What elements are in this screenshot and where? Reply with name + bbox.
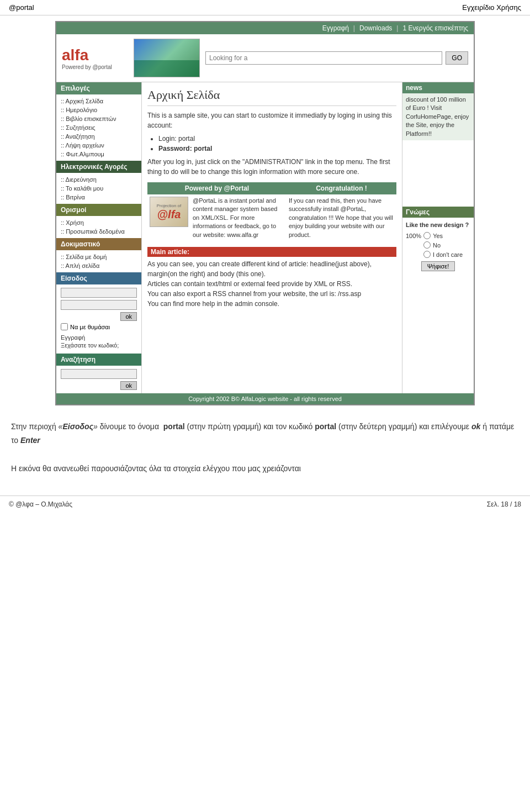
topbar-register[interactable]: Εγγραφή [322, 24, 349, 32]
alpha-brand-text: @lfa [157, 208, 181, 221]
site-header-image [134, 39, 200, 77]
poll-no-radio[interactable] [423, 241, 431, 249]
content-body: This is a sample site, you can start to … [147, 110, 396, 177]
footer-right: Σελ. 18 / 18 [487, 500, 521, 508]
sidebar-search-ok-button[interactable]: ok [120, 381, 137, 390]
congrat-text-cell: If you can read this, then you have succ… [287, 194, 396, 241]
poll-no-label: No [433, 242, 441, 249]
site-logo: alfa Powered by @portal [62, 46, 128, 70]
poll-vote-button[interactable]: Ψήφισε! [421, 261, 455, 271]
description-para1: Στην περιοχή «Είσοδος» δίνουμε το όνομα … [11, 420, 519, 447]
alpha-logo-cell: Projection of @lfa [147, 194, 190, 241]
poll-yes-label: Yes [433, 233, 443, 239]
login-username-input[interactable] [61, 288, 137, 298]
login-ok-button[interactable]: ok [120, 312, 137, 321]
topbar-visitors: 1 Ενεργός επισκέπτης [402, 24, 468, 32]
sidebar-link-search[interactable]: :: Αναζήτηση [56, 132, 141, 141]
site-search-input[interactable] [205, 51, 442, 65]
sidebar-login-form: ok Να με θυμάσαι Εγγραφή Ξεχάσατε τον κω… [56, 284, 141, 354]
alpha-logo-image: Projection of @lfa [150, 197, 188, 227]
remember-me-checkbox[interactable] [61, 323, 68, 330]
sidebar-link-basket[interactable]: :: Το καλάθι μου [56, 184, 141, 193]
topbar-sep2: | [396, 24, 398, 32]
main-article-text: As you can see, you can create different… [147, 259, 396, 309]
sidebar-link-personal[interactable]: :: Προσωπικά δεδομένα [56, 227, 141, 236]
gnomes-body: Like the new design ? 100% Yes No I don'… [402, 218, 474, 275]
poll-yes-row: 100% Yes [406, 232, 470, 239]
content-body-p2: After you log in, just click on the "ADM… [147, 157, 396, 177]
powered-text-cell: @PortaL is a instant portal and content … [190, 194, 287, 241]
site-header: alfa Powered by @portal GO [56, 34, 474, 82]
proj-text: Projection of [157, 203, 181, 208]
sidebar-link-vitrina[interactable]: :: Βιτρίνα [56, 193, 141, 202]
sidebar-section-orismoi: Ορισμοί [56, 204, 141, 216]
description-para2: Η εικόνα θα ανανεωθεί παρουσιάζοντας όλα… [11, 462, 519, 476]
sidebar-links-dokimastiko: :: Σελίδα με δομή :: Απλή σελίδα [56, 250, 141, 272]
sidebar-section-epil: Επιλογές [56, 82, 141, 94]
site-topbar: Εγγραφή | Downloads | 1 Ενεργός επισκέπτ… [56, 22, 474, 34]
site-right-sidebar: news discount of 100 million of Euro ! V… [402, 82, 474, 393]
site-content: Αρχική Σελίδα This is a sample site, you… [142, 82, 402, 393]
poll-dontcare-radio[interactable] [423, 251, 431, 258]
poll-dontcare-row: I don't care [406, 251, 470, 258]
poll-question: Like the new design ? [406, 221, 470, 229]
site-main: Επιλογές :: Αρχική Σελίδα :: Ημερολόγιο … [56, 82, 474, 393]
poll-no-row: No [406, 241, 470, 249]
site-logo-tagline: Powered by @portal [62, 64, 128, 70]
sidebar-links-orismoi: :: Χρήση :: Προσωπικά δεδομένα [56, 216, 141, 238]
sidebar-link-calendar[interactable]: :: Ημερολόγιο [56, 106, 141, 114]
news-body: discount of 100 million of Euro ! Visit … [402, 93, 474, 140]
sidebar-link-home[interactable]: :: Αρχική Σελίδα [56, 97, 141, 106]
sidebar-section-dokimastiko: Δοκιμαστικό [56, 238, 141, 250]
page-header: @portal Εγχειρίδιο Χρήσης [0, 0, 530, 15]
sidebar-link-discussions[interactable]: :: Συζητήσεις [56, 123, 141, 132]
main-article-header: Main article: [147, 247, 396, 257]
topbar-sep1: | [353, 24, 355, 32]
sidebar-search-form: ok [56, 366, 141, 393]
page-header-left: @portal [9, 3, 34, 12]
sidebar-link-photos[interactable]: :: Φωτ.Αλμπουμ [56, 150, 141, 159]
topbar-downloads[interactable]: Downloads [359, 24, 392, 32]
sidebar-link-structure[interactable]: :: Σελίδα με δομή [56, 252, 141, 261]
sidebar-section-shop: Ηλεκτρονικές Αγορές [56, 161, 141, 173]
sidebar-section-login: Είσοδος [56, 272, 141, 284]
sidebar-section-anazitisi: Αναζήτηση [56, 354, 141, 366]
login-password-input[interactable] [61, 300, 137, 310]
site-footer: Copyright 2002 B© AlfaLogic website - al… [56, 393, 474, 404]
sidebar-link-xrisi[interactable]: :: Χρήση [56, 218, 141, 227]
poll-percent: 100% [406, 233, 421, 239]
poll-yes-radio[interactable] [423, 232, 431, 239]
site-logo-name: alfa [62, 46, 88, 64]
sidebar-links-epil: :: Αρχική Σελίδα :: Ημερολόγιο :: Βιβλίο… [56, 94, 141, 161]
content-login-item: Login: portal [158, 134, 396, 144]
site-sidebar: Επιλογές :: Αρχική Σελίδα :: Ημερολόγιο … [56, 82, 142, 393]
news-header: news [402, 82, 474, 93]
powered-header-right: Congratulation ! [287, 182, 396, 194]
page-header-right: Εγχειρίδιο Χρήσης [462, 3, 521, 12]
gnomes-header: Γνώμες [402, 207, 474, 218]
sidebar-link-explore[interactable]: :: Διερεύνηση [56, 175, 141, 184]
sidebar-links-shop: :: Διερεύνηση :: Το καλάθι μου :: Βιτρίν… [56, 173, 141, 204]
sidebar-link-simple[interactable]: :: Απλή σελίδα [56, 261, 141, 270]
sidebar-link-downloads[interactable]: :: Λήψη αρχείων [56, 141, 141, 150]
poll-dontcare-label: I don't care [433, 251, 463, 258]
description-text: Στην περιοχή «Είσοδος» δίνουμε το όνομα … [0, 411, 530, 484]
site-search-button[interactable]: GO [446, 51, 468, 65]
sidebar-search-input[interactable] [61, 369, 137, 379]
content-password-item: Password: portal [158, 144, 396, 154]
powered-table: Powered by @Portal Congratulation ! Proj… [147, 182, 396, 241]
register-link[interactable]: Εγγραφή [61, 334, 137, 341]
page-footer: © @λφα – Ο.Μιχαλάς Σελ. 18 / 18 [0, 495, 530, 513]
site-search-area: GO [205, 51, 468, 65]
main-article-body: As you can see, you can create different… [147, 259, 396, 309]
content-title: Αρχική Σελίδα [147, 88, 396, 106]
footer-left: © @λφα – Ο.Μιχαλάς [9, 500, 72, 508]
powered-header-left: Powered by @Portal [147, 182, 287, 194]
forgot-link[interactable]: Ξεχάσατε τον κωδικό; [61, 341, 137, 349]
screenshot-wrapper: Εγγραφή | Downloads | 1 Ενεργός επισκέπτ… [55, 21, 475, 405]
sidebar-link-guestbook[interactable]: :: Βιβλίο επισκεπτών [56, 114, 141, 123]
remember-me-label: Να με θυμάσαι [70, 324, 110, 330]
content-body-p1: This is a sample site, you can start to … [147, 110, 396, 130]
